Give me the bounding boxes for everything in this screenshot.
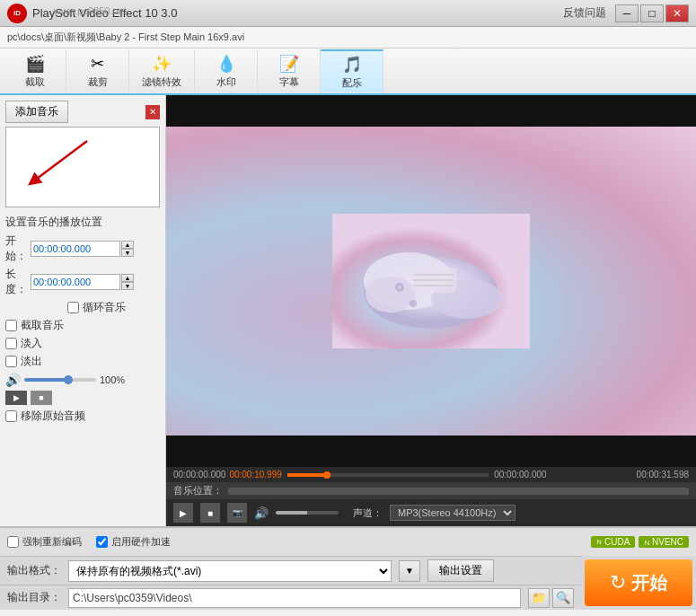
- remove-audio-row: 移除原始音频: [5, 409, 160, 424]
- video-black-top: [166, 95, 696, 127]
- player-controls-bar: ▶ ■ 📷 🔊 声道： MP3(Stereo 44100Hz): [166, 499, 696, 526]
- nvenc-badge: N NVENC: [639, 536, 689, 548]
- nvenc-label: NVENC: [652, 537, 683, 547]
- add-music-button[interactable]: 添加音乐: [5, 101, 68, 123]
- player-play-button[interactable]: ▶: [173, 503, 193, 523]
- start-time-spinner: ▲ ▼: [121, 241, 134, 257]
- app-logo: iD: [7, 4, 27, 23]
- format-dropdown-arrow[interactable]: ▼: [399, 560, 420, 582]
- dir-search-button[interactable]: 🔍: [552, 588, 574, 608]
- tab-cut[interactable]: ✂ 裁剪: [66, 49, 129, 92]
- window-controls: ─ □ ✕: [615, 4, 689, 22]
- timeline-slider[interactable]: [287, 473, 489, 477]
- loop-music-row: 循环音乐: [32, 300, 160, 315]
- loop-music-checkbox[interactable]: [67, 302, 79, 313]
- left-panel: 添加音乐 ✕ 设置音乐的播放位置 开始： ▲ ▼: [0, 95, 166, 526]
- video-display: [166, 127, 696, 436]
- tab-watermark[interactable]: 💧 水印: [195, 49, 258, 92]
- video-black-bottom: [166, 436, 696, 467]
- player-stop-button[interactable]: ■: [200, 503, 220, 523]
- channel-label: 声道：: [353, 506, 383, 520]
- time-end2: 00:00:31.598: [637, 470, 689, 480]
- cut-label: 裁剪: [88, 75, 108, 89]
- start-button[interactable]: ↻ 开始: [585, 559, 692, 606]
- fade-in-row: 淡入: [5, 336, 160, 351]
- subtitle-icon: 📝: [279, 54, 299, 74]
- duration-time-row: 长度： ▲ ▼: [5, 267, 160, 297]
- fade-out-label: 淡出: [21, 354, 42, 369]
- duration-time-spinner: ▲ ▼: [121, 274, 134, 290]
- tab-filter[interactable]: ✨ 滤镜特效: [129, 49, 195, 92]
- tab-capture[interactable]: 🎬 截取: [4, 49, 66, 92]
- filter-label: 滤镜特效: [142, 75, 181, 89]
- hw-accel-checkbox[interactable]: [96, 536, 108, 548]
- dir-row: 输出目录： 📁 🔍: [0, 585, 581, 610]
- music-list: [5, 127, 160, 207]
- arrow-annotation: [15, 132, 105, 204]
- start-time-up[interactable]: ▲: [121, 241, 134, 249]
- music-pos-label: 音乐位置：: [173, 484, 223, 497]
- cut-audio-row: 截取音乐: [5, 318, 160, 333]
- cut-icon: ✂: [91, 54, 104, 74]
- fade-out-checkbox[interactable]: [5, 356, 17, 367]
- player-screenshot-button[interactable]: 📷: [227, 503, 247, 523]
- cut-audio-checkbox[interactable]: [5, 320, 17, 331]
- duration-time-input[interactable]: [31, 274, 120, 290]
- tab-music[interactable]: 🎵 配乐: [321, 49, 383, 92]
- duration-label: 长度：: [5, 267, 31, 297]
- start-time-down[interactable]: ▼: [121, 249, 134, 257]
- play-controls: ▶ ■: [5, 391, 160, 405]
- stop-button[interactable]: ■: [31, 391, 52, 405]
- force-encode-label: 强制重新编码: [22, 535, 82, 549]
- music-label: 配乐: [342, 76, 362, 90]
- timeline-bar: 00:00:00.000 00:00:10.999 00:00:00.000 0…: [166, 467, 696, 482]
- capture-icon: 🎬: [25, 54, 45, 74]
- channel-select[interactable]: MP3(Stereo 44100Hz): [390, 505, 515, 521]
- music-pos-slider[interactable]: [228, 488, 689, 495]
- close-panel-button[interactable]: ✕: [145, 105, 160, 119]
- format-row: 输出格式： 保持原有的视频格式(*.avi) ▼ 输出设置: [0, 556, 581, 585]
- duration-up[interactable]: ▲: [121, 274, 134, 282]
- duration-down[interactable]: ▼: [121, 282, 134, 290]
- tab-subtitle[interactable]: 📝 字幕: [258, 49, 321, 92]
- player-volume-slider[interactable]: [276, 511, 339, 515]
- capture-label: 截取: [25, 75, 45, 89]
- force-encode-checkbox[interactable]: [7, 536, 19, 548]
- title-bar: iD www.pc0350.net PlaySoft Video Effect …: [0, 0, 696, 27]
- dir-input[interactable]: [68, 588, 521, 608]
- play-button[interactable]: ▶: [5, 391, 27, 405]
- player-volume-icon: 🔊: [254, 506, 269, 520]
- start-label: 开始: [631, 571, 667, 595]
- format-label: 输出格式：: [7, 563, 61, 578]
- start-time-input[interactable]: [31, 241, 120, 257]
- time-current: 00:00:00.000: [173, 470, 225, 480]
- svg-point-13: [410, 300, 417, 307]
- dir-folder-button[interactable]: 📁: [528, 588, 550, 608]
- minimize-button[interactable]: ─: [615, 4, 639, 22]
- close-button[interactable]: ✕: [665, 4, 689, 22]
- start-icon: ↻: [610, 571, 626, 594]
- dir-buttons: 📁 🔍: [528, 588, 574, 608]
- cuda-label: CUDA: [604, 537, 630, 547]
- cut-audio-label: 截取音乐: [21, 318, 64, 333]
- svg-point-6: [366, 277, 416, 312]
- shoe-svg: [332, 214, 530, 348]
- volume-slider[interactable]: [24, 378, 96, 382]
- remove-audio-checkbox[interactable]: [5, 410, 17, 422]
- filter-icon: ✨: [152, 54, 172, 74]
- fade-in-label: 淡入: [21, 336, 42, 351]
- cuda-badge: N CUDA: [591, 536, 635, 548]
- fade-in-checkbox[interactable]: [5, 338, 17, 349]
- output-settings-button[interactable]: 输出设置: [427, 559, 494, 582]
- maximize-button[interactable]: □: [640, 4, 664, 22]
- feedback-button[interactable]: 反馈问题: [563, 5, 606, 21]
- right-panel: 00:00:00.000 00:00:10.999 00:00:00.000 0…: [166, 95, 696, 526]
- start-time-row: 开始： ▲ ▼: [5, 233, 160, 264]
- format-dir-section: 输出格式： 保持原有的视频格式(*.avi) ▼ 输出设置 输出目录： 📁 🔍: [0, 556, 581, 610]
- loop-music-label: 循环音乐: [83, 300, 126, 315]
- format-select[interactable]: 保持原有的视频格式(*.avi): [68, 560, 392, 582]
- volume-pct: 100%: [100, 374, 125, 385]
- hw-accel-row: 启用硬件加速: [96, 535, 171, 549]
- music-pos-row: 音乐位置：: [166, 482, 696, 499]
- filepath-bar: pc\docs\桌面\新视频\Baby 2 - First Step Main …: [0, 27, 696, 48]
